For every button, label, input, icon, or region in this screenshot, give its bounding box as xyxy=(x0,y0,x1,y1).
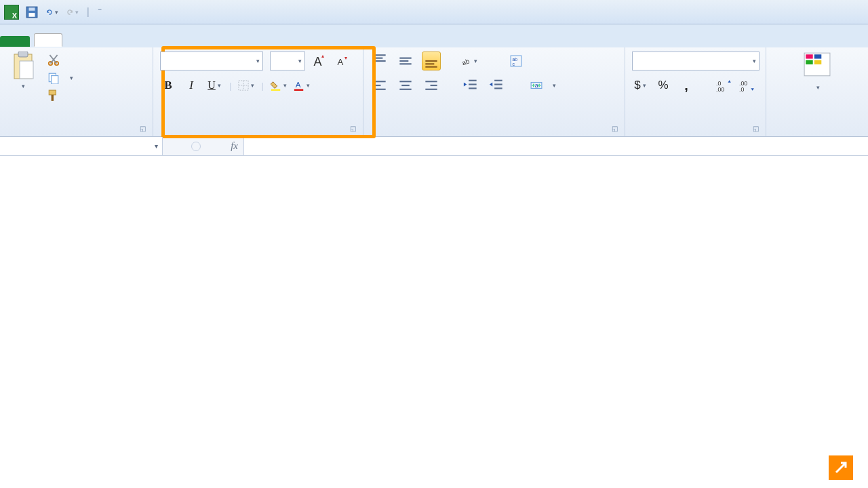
group-alignment: ab abc a ◱ xyxy=(363,47,625,136)
brand-arrow-icon xyxy=(829,455,853,480)
group-number: ▾ $ % , .0.00 .00.0 ◱ xyxy=(625,47,766,136)
number-group-label: ◱ xyxy=(632,131,759,135)
svg-text:c: c xyxy=(512,62,515,66)
svg-rect-23 xyxy=(294,89,303,91)
save-icon[interactable] xyxy=(26,6,38,18)
number-launcher-icon[interactable]: ◱ xyxy=(753,125,759,132)
tab-file[interactable] xyxy=(0,36,30,47)
font-name-dropdown[interactable]: ▾ xyxy=(160,52,263,70)
percent-format-icon[interactable]: % xyxy=(655,77,671,94)
excel-logo-icon xyxy=(4,5,19,20)
svg-rect-61 xyxy=(806,60,813,64)
svg-text:.0: .0 xyxy=(739,86,744,93)
paintbrush-icon xyxy=(47,89,60,102)
svg-text:ab: ab xyxy=(461,57,471,66)
clipboard-launcher-icon[interactable]: ◱ xyxy=(140,125,146,132)
fx-icon[interactable]: fx xyxy=(231,140,238,152)
svg-rect-2 xyxy=(29,7,35,11)
tab-formulas[interactable] xyxy=(117,35,144,47)
clipboard-group-label: ◱ xyxy=(7,131,146,135)
tab-data[interactable] xyxy=(144,35,171,47)
merge-icon: a xyxy=(530,79,542,92)
watermark-logo xyxy=(825,455,853,480)
decrease-indent-icon[interactable] xyxy=(461,76,480,95)
bold-button[interactable]: B xyxy=(160,77,176,94)
svg-text:A: A xyxy=(313,55,321,68)
font-group-label: ◱ xyxy=(160,131,356,135)
styles-group-label xyxy=(773,131,861,135)
align-bottom-icon[interactable] xyxy=(422,52,441,70)
tab-home[interactable] xyxy=(34,33,62,47)
decrease-decimal-icon[interactable]: .00.0 xyxy=(739,77,755,94)
increase-decimal-icon[interactable]: .0.00 xyxy=(716,77,732,94)
svg-rect-59 xyxy=(806,54,813,58)
align-top-icon[interactable] xyxy=(370,52,389,70)
increase-indent-icon[interactable] xyxy=(487,76,506,95)
svg-rect-5 xyxy=(20,61,33,79)
grow-font-icon[interactable]: A▴ xyxy=(312,53,328,69)
svg-rect-4 xyxy=(18,52,28,57)
scissors-icon xyxy=(47,54,60,66)
copy-icon xyxy=(47,72,60,84)
group-styles xyxy=(766,47,868,136)
align-center-icon[interactable] xyxy=(396,76,415,95)
wrap-text-button[interactable]: abc xyxy=(509,52,528,70)
title-bar: | ⁼ xyxy=(0,0,868,24)
copy-button[interactable] xyxy=(46,69,75,87)
align-middle-icon[interactable] xyxy=(396,52,415,70)
svg-rect-21 xyxy=(271,89,280,91)
underline-button[interactable]: U xyxy=(206,77,222,94)
ribbon-tabs xyxy=(0,24,868,47)
shrink-font-icon[interactable]: A▾ xyxy=(335,53,351,69)
qat-separator-icon: | xyxy=(87,6,90,18)
svg-rect-12 xyxy=(49,90,56,95)
formula-input[interactable] xyxy=(244,137,868,155)
conditional-formatting-label[interactable] xyxy=(773,81,861,92)
svg-text:a: a xyxy=(535,82,538,89)
group-clipboard: ▾ ◱ xyxy=(0,47,153,136)
svg-text:A: A xyxy=(295,81,300,89)
svg-text:▴: ▴ xyxy=(321,53,324,59)
tab-review[interactable] xyxy=(171,35,198,47)
align-right-icon[interactable] xyxy=(422,76,441,95)
align-left-icon[interactable] xyxy=(370,76,389,95)
font-size-dropdown[interactable]: ▾ xyxy=(270,52,305,70)
italic-button[interactable]: I xyxy=(183,77,199,94)
undo-icon[interactable] xyxy=(46,6,58,18)
cancel-formula-icon[interactable] xyxy=(191,142,201,151)
svg-rect-11 xyxy=(52,76,58,84)
cut-button[interactable] xyxy=(46,52,75,69)
paste-button[interactable]: ▾ xyxy=(7,52,39,89)
number-format-dropdown[interactable]: ▾ xyxy=(632,52,760,70)
orientation-icon[interactable]: ab xyxy=(461,53,477,69)
svg-text:A: A xyxy=(338,57,344,67)
svg-rect-13 xyxy=(52,95,54,101)
wrap-text-icon: abc xyxy=(510,55,522,67)
svg-text:▾: ▾ xyxy=(344,54,347,61)
merge-center-button[interactable]: a xyxy=(529,77,557,94)
borders-button[interactable] xyxy=(238,77,254,94)
quick-access-toolbar: | ⁼ xyxy=(26,6,102,18)
svg-rect-62 xyxy=(814,60,822,64)
accounting-format-icon[interactable]: $ xyxy=(632,77,648,94)
redo-icon[interactable] xyxy=(66,6,79,18)
conditional-formatting-icon[interactable] xyxy=(803,52,831,77)
font-launcher-icon[interactable]: ◱ xyxy=(350,125,356,132)
name-box[interactable]: ▾ xyxy=(0,137,163,155)
tab-page-layout[interactable] xyxy=(90,35,117,47)
alignment-launcher-icon[interactable]: ◱ xyxy=(612,125,618,132)
svg-rect-1 xyxy=(29,13,35,17)
tab-insert[interactable] xyxy=(62,35,90,47)
svg-rect-60 xyxy=(814,54,822,58)
fx-area: fx xyxy=(163,137,244,155)
customize-qat-icon[interactable]: ⁼ xyxy=(98,6,102,18)
fill-color-button[interactable] xyxy=(271,77,287,94)
alignment-group-label: ◱ xyxy=(370,131,618,135)
formula-bar: ▾ fx xyxy=(0,137,868,156)
font-color-button[interactable]: A xyxy=(294,77,310,94)
svg-text:.00: .00 xyxy=(716,86,724,93)
format-painter-button[interactable] xyxy=(46,87,75,104)
tab-view[interactable] xyxy=(198,35,225,47)
ribbon: ▾ ◱ ▾ ▾ A▴ A▾ B I U | | xyxy=(0,47,868,137)
comma-format-icon[interactable]: , xyxy=(678,77,694,94)
